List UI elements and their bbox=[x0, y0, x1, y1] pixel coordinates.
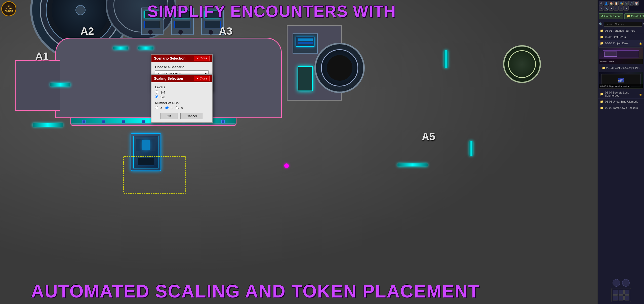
pc-4-option[interactable]: 4 bbox=[155, 106, 162, 110]
scene-item-06-01[interactable]: 📁 06-01 Fortunes Fall Intro bbox=[598, 28, 644, 34]
toolbar-icon-13[interactable]: ↔ bbox=[619, 6, 624, 11]
scaling-close-button[interactable]: ✕ Close bbox=[194, 76, 210, 81]
zone-a2-label: A2 bbox=[80, 25, 94, 37]
lock-icon-06-04: 🔒 bbox=[639, 93, 642, 96]
scene-item-06-04[interactable]: 📁 06-04 Secrets Long Submerged 🔒 bbox=[598, 90, 644, 99]
pc-6-option[interactable]: 6 bbox=[176, 106, 183, 110]
circle-btn-2[interactable] bbox=[622, 279, 630, 287]
search-icon: 🔍 bbox=[599, 22, 603, 26]
ctrl-btn-6[interactable] bbox=[624, 295, 629, 300]
app-logo: ★STARFINDER bbox=[1, 1, 18, 18]
scene-label-06-02: 06-02 Drift Scars bbox=[605, 35, 626, 38]
scene-label-06-06: 06-06 Tomorrow's Seekers bbox=[605, 106, 638, 109]
project-dawn-title: Project Dawn bbox=[600, 60, 614, 63]
search-scenes-input[interactable] bbox=[604, 22, 642, 27]
toolbar-icon-8[interactable]: 🎲 bbox=[634, 1, 639, 6]
scene-603a-label: #6-03 A: Nightside Laborator... bbox=[600, 85, 631, 88]
scene-label-06-04: 06-04 Secrets Long Submerged bbox=[605, 91, 638, 97]
folder-icon-603-event5: 📁 bbox=[602, 67, 605, 69]
toolbar-icon-11[interactable]: ■ bbox=[609, 6, 614, 11]
ctrl-btn-5[interactable] bbox=[619, 295, 624, 300]
scaling-dialog: Scaling Selection ✕ Close Levels 3-4 5-6… bbox=[151, 74, 213, 123]
scene-item-06-06[interactable]: 📁 06-06 Tomorrow's Seekers bbox=[598, 105, 644, 111]
ctrl-btn-4[interactable] bbox=[613, 295, 618, 300]
scene-item-06-03[interactable]: 📁 06-03 Project Dawn 🔒 bbox=[598, 40, 644, 47]
toolbar-icon-5[interactable]: 🎭 bbox=[619, 1, 624, 6]
folder-icon-06-04: 📁 bbox=[600, 92, 604, 96]
create-buttons-row: ⊕ Create Scene 📁 Create Folder bbox=[598, 12, 644, 21]
folder-icon-06-05: 📁 bbox=[600, 100, 604, 103]
zone-a1-label: A1 bbox=[35, 50, 49, 62]
scenario-dialog-title: Scenario Selection ✕ Close bbox=[151, 55, 212, 62]
sort-icon[interactable]: ⇅ bbox=[643, 23, 644, 26]
pc-4-radio[interactable] bbox=[155, 106, 158, 109]
project-dawn-preview[interactable]: Project Dawn bbox=[599, 48, 643, 64]
ctrl-btn-2[interactable] bbox=[619, 290, 624, 295]
scenario-close-button[interactable]: ✕ Close bbox=[194, 56, 210, 61]
search-row: 🔍 ⇅ bbox=[598, 21, 644, 28]
scene-603a-preview[interactable]: 🌌 #6-03 A: Nightside Laborator... bbox=[599, 72, 643, 89]
right-panel: ⚙ 👤 🏠 📋 🎭 📷 🎵 🎲 ⚔ 🔧 ■ □ ↔ ✕ ⊕ Create Sce… bbox=[597, 0, 644, 304]
folder-icon-06-02: 📁 bbox=[600, 35, 604, 39]
zone-a5-label: A5 bbox=[422, 131, 435, 143]
scene-item-06-02[interactable]: 📁 06-02 Drift Scars bbox=[598, 34, 644, 40]
folder-icon-06-01: 📁 bbox=[600, 29, 604, 32]
scene-label-06-01: 06-01 Fortunes Fall Intro bbox=[605, 29, 635, 32]
scaling-cancel-button[interactable]: Cancel bbox=[180, 113, 203, 119]
toolbar-icon-3[interactable]: 🏠 bbox=[609, 1, 614, 6]
scene-label-06-03: 06-03 Project Dawn bbox=[605, 42, 629, 45]
level-5-6-option[interactable]: 5-6 bbox=[155, 95, 209, 99]
scenario-choose-label: Choose a Scenario: bbox=[155, 65, 209, 69]
panel-toolbar: ⚙ 👤 🏠 📋 🎭 📷 🎵 🎲 ⚔ 🔧 ■ □ ↔ ✕ bbox=[598, 0, 644, 12]
pc-5-radio[interactable] bbox=[165, 106, 169, 109]
level-3-4-option[interactable]: 3-4 bbox=[155, 90, 209, 94]
level-5-6-radio[interactable] bbox=[155, 95, 158, 98]
ctrl-btn-3[interactable] bbox=[624, 290, 629, 295]
scaling-dialog-title: Scaling Selection ✕ Close bbox=[151, 75, 212, 82]
toolbar-icon-7[interactable]: 🎵 bbox=[629, 1, 634, 6]
scene-label-06-05: 06-05 Unearthing Ulumbria bbox=[605, 100, 638, 103]
top-banner: Simplify Encounters with bbox=[45, 2, 498, 21]
toolbar-icon-14[interactable]: ✕ bbox=[624, 6, 629, 11]
create-scene-button[interactable]: ⊕ Create Scene bbox=[599, 13, 623, 19]
bottom-banner: Automated Scaling and Token Placement bbox=[13, 281, 498, 301]
lock-icon-06-03: 🔒 bbox=[639, 42, 642, 45]
levels-label: Levels bbox=[155, 85, 209, 89]
folder-icon-06-03: 📁 bbox=[600, 41, 604, 45]
toolbar-icon-1[interactable]: ⚙ bbox=[599, 1, 603, 6]
pc-6-radio[interactable] bbox=[176, 106, 179, 109]
toolbar-icon-6[interactable]: 📷 bbox=[624, 1, 629, 6]
toolbar-icon-10[interactable]: 🔧 bbox=[604, 6, 609, 11]
circle-btn-1[interactable] bbox=[613, 279, 620, 287]
pcs-label: Number of PCs: bbox=[155, 101, 209, 105]
toolbar-icon-12[interactable]: □ bbox=[614, 6, 619, 11]
toolbar-icon-4[interactable]: 📋 bbox=[614, 1, 619, 6]
scene-label-603-event5: #6-03 Event 5: Security Lock... bbox=[606, 67, 640, 69]
pc-5-option[interactable]: 5 bbox=[165, 106, 173, 110]
ctrl-btn-1[interactable] bbox=[613, 290, 618, 295]
map-canvas[interactable]: A1 A2 A3 A5 Simplify Encounters with Aut… bbox=[0, 0, 599, 304]
scaling-ok-button[interactable]: OK bbox=[160, 113, 178, 119]
toolbar-icon-2[interactable]: 👤 bbox=[604, 1, 609, 6]
folder-icon-06-06: 📁 bbox=[600, 106, 604, 110]
zone-a3-label: A3 bbox=[219, 25, 232, 37]
toolbar-icon-9[interactable]: ⚔ bbox=[599, 6, 603, 11]
scene-list: 📁 06-01 Fortunes Fall Intro 📁 06-02 Drif… bbox=[598, 28, 644, 277]
level-3-4-radio[interactable] bbox=[155, 90, 158, 94]
create-folder-button[interactable]: 📁 Create Folder bbox=[624, 13, 644, 19]
scene-item-06-05[interactable]: 📁 06-05 Unearthing Ulumbria bbox=[598, 99, 644, 105]
scene-item-603-event5[interactable]: 📁 #6-03 Event 5: Security Lock... bbox=[598, 65, 644, 71]
